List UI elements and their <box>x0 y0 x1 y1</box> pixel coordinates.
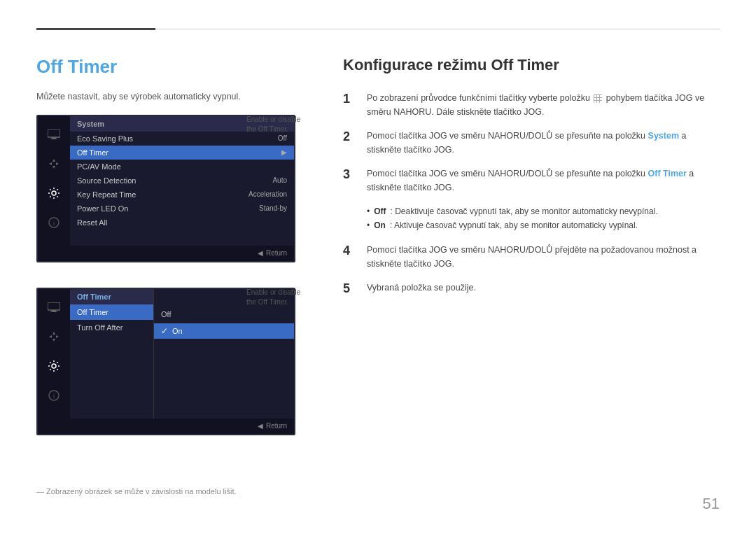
sidebar-icon-monitor <box>44 125 64 144</box>
step-3: 3 Pomocí tlačítka JOG ve směru NAHORU/DO… <box>343 167 720 195</box>
monitor-ui-1-wrapper: i System Eco Saving Plus Off Off Timer ▶ <box>36 115 309 275</box>
svg-marker-3 <box>52 159 55 162</box>
monitor-content-1: System Eco Saving Plus Off Off Timer ▶ P… <box>70 116 294 246</box>
svg-point-7 <box>52 191 56 195</box>
monitor-ui-2-wrapper: i Off Timer Off Timer Turn Off After <box>36 288 309 448</box>
bullet-on: On: Aktivuje časovač vypnutí tak, aby se… <box>367 218 720 232</box>
option-off: Off <box>154 307 294 321</box>
monitor-footer-1: ◀ Return <box>38 246 294 261</box>
monitor-sidebar-1: i <box>38 116 70 246</box>
submenu-item-turnoff: Turn Off After <box>70 320 153 335</box>
svg-marker-16 <box>56 335 59 338</box>
top-decorative-lines <box>36 28 720 30</box>
sidebar-icon-gear-2 <box>44 356 64 376</box>
description-text: Můžete nastavit, aby se výrobek automati… <box>36 90 309 104</box>
bullets-list: Off: Deaktivuje časovač vypnutí tak, aby… <box>367 204 720 233</box>
submenu-panel: Off Timer Off Timer Turn Off After <box>70 289 154 419</box>
submenu-item-offtimer: Off Timer <box>70 304 153 320</box>
monitor-sidebar-2: i <box>38 289 70 419</box>
options-panel: Off ✓ On <box>154 289 294 419</box>
submenu-header: Off Timer <box>70 289 153 304</box>
menu-item-source: Source Detection Auto <box>70 174 294 188</box>
svg-rect-12 <box>50 311 57 312</box>
step-5: 5 Vybraná položka se použije. <box>343 281 720 297</box>
section-title: Off Timer <box>36 56 309 78</box>
left-column: Off Timer Můžete nastavit, aby se výrobe… <box>36 56 309 461</box>
step-2: 2 Pomocí tlačítka JOG ve směru NAHORU/DO… <box>343 129 720 157</box>
return-button-2: ◀ Return <box>258 422 287 430</box>
footnote: Zobrazený obrázek se může v závislosti n… <box>36 487 237 496</box>
right-column: Konfigurace režimu Off Timer 1 Po zobraz… <box>343 56 720 307</box>
svg-text:i: i <box>53 393 55 400</box>
sidebar-icon-info-2: i <box>44 386 64 405</box>
menu-item-pcav: PC/AV Mode <box>70 160 294 174</box>
bullet-off: Off: Deaktivuje časovač vypnutí tak, aby… <box>367 204 720 218</box>
monitor-ui-2: i Off Timer Off Timer Turn Off After <box>36 288 295 435</box>
svg-rect-10 <box>48 302 60 310</box>
svg-point-17 <box>52 364 56 368</box>
grid-icon <box>594 94 602 103</box>
svg-rect-1 <box>52 137 56 139</box>
svg-text:i: i <box>53 220 55 227</box>
svg-marker-13 <box>52 332 55 335</box>
menu-item-keyrepeat: Key Repeat Time Acceleration <box>70 188 294 202</box>
option-on: ✓ On <box>154 323 294 339</box>
sidebar-icon-arrows <box>44 154 64 174</box>
svg-marker-4 <box>52 166 55 169</box>
svg-marker-15 <box>49 335 52 338</box>
sidebar-icon-arrows-2 <box>44 327 64 346</box>
monitor-ui-1: i System Eco Saving Plus Off Off Timer ▶ <box>36 115 295 262</box>
sidebar-icon-monitor-2 <box>44 297 64 317</box>
page-number: 51 <box>703 495 720 513</box>
svg-rect-2 <box>50 139 57 139</box>
monitor1-side-label: Enable or disablethe Off Timer. <box>246 115 295 134</box>
sidebar-icon-gear <box>44 183 64 203</box>
monitor2-side-label: Enable or disablethe Off Timer. <box>246 288 295 307</box>
menu-item-offtimer: Off Timer ▶ <box>70 146 294 160</box>
svg-marker-6 <box>56 162 59 165</box>
monitor-inner-1: i System Eco Saving Plus Off Off Timer ▶ <box>38 116 294 246</box>
menu-item-resetall: Reset All <box>70 216 294 230</box>
svg-rect-0 <box>48 129 60 137</box>
sidebar-icon-info: i <box>44 213 64 232</box>
return-button-1: ◀ Return <box>258 249 287 257</box>
svg-marker-5 <box>49 162 52 165</box>
monitor-footer-2: ◀ Return <box>38 419 294 434</box>
menu-item-powerled: Power LED On Stand-by <box>70 202 294 216</box>
monitor-inner-2: i Off Timer Off Timer Turn Off After <box>38 289 294 419</box>
right-title: Konfigurace režimu Off Timer <box>343 56 720 74</box>
step-4: 4 Pomocí tlačítka JOG ve směru NAHORU/DO… <box>343 243 720 271</box>
step-1: 1 Po zobrazení průvodce funkčními tlačít… <box>343 91 720 119</box>
svg-marker-14 <box>52 339 55 342</box>
svg-rect-11 <box>52 310 56 311</box>
